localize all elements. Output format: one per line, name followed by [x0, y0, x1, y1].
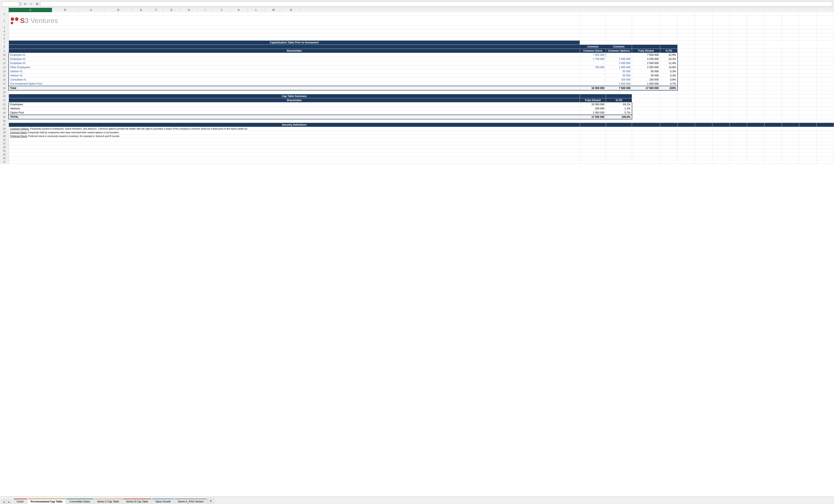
cell-d2[interactable]: [632, 16, 660, 26]
cell-d28[interactable]: [632, 127, 660, 131]
cell-f13[interactable]: [678, 65, 695, 69]
cell-a37[interactable]: [9, 160, 580, 164]
cell-n10[interactable]: [817, 53, 834, 57]
cell-j14[interactable]: [747, 69, 765, 74]
cell-i22[interactable]: [730, 102, 747, 106]
cell-f18[interactable]: [678, 86, 695, 90]
cell-k1[interactable]: [765, 12, 782, 16]
cell-j34[interactable]: [747, 149, 765, 153]
cell-g37[interactable]: [695, 160, 712, 164]
cell-i13[interactable]: [730, 65, 747, 69]
cell-g3[interactable]: [695, 26, 712, 29]
cell-m25[interactable]: [799, 115, 817, 119]
cell-e28[interactable]: [660, 127, 678, 131]
cell-g19[interactable]: [695, 90, 712, 94]
cell-reference-box[interactable]: A1: [2, 1, 19, 6]
cell-e6[interactable]: [660, 37, 678, 41]
cell-a30[interactable]: Preferred Stock: Preferred stock is comm…: [9, 134, 580, 138]
cell-j1[interactable]: [747, 12, 765, 16]
cell-j35[interactable]: [747, 153, 765, 157]
cell-k16[interactable]: [765, 78, 782, 82]
cell-f19[interactable]: [678, 90, 695, 94]
cell-d17[interactable]: 1 000 000: [632, 82, 660, 86]
cell-f36[interactable]: [678, 157, 695, 160]
cell-d34[interactable]: [632, 149, 660, 153]
cell-l10[interactable]: [782, 53, 799, 57]
cell-c33[interactable]: [606, 145, 632, 149]
cell-n9[interactable]: [817, 49, 834, 53]
cell-l29[interactable]: [782, 131, 799, 134]
cell-j19[interactable]: [747, 90, 765, 94]
cell-n16[interactable]: [817, 78, 834, 82]
cell-i17[interactable]: [730, 82, 747, 86]
cell-e11[interactable]: 24,3%: [660, 57, 678, 61]
cell-h30[interactable]: [712, 134, 730, 138]
cell-k6[interactable]: [765, 37, 782, 41]
cell-j37[interactable]: [747, 160, 765, 164]
cell-j4[interactable]: [747, 29, 765, 33]
cell-h34[interactable]: [712, 149, 730, 153]
cell-d22[interactable]: [632, 102, 660, 106]
cell-c17[interactable]: 1 000 000: [606, 82, 632, 86]
cell-m37[interactable]: [799, 160, 817, 164]
cell-i11[interactable]: [730, 57, 747, 61]
cell-n35[interactable]: [817, 153, 834, 157]
cell-g26[interactable]: [695, 119, 712, 123]
cell-k14[interactable]: [765, 69, 782, 74]
cell-d4[interactable]: [632, 29, 660, 33]
cell-j10[interactable]: [747, 53, 765, 57]
cell-a11[interactable]: Employee #2: [9, 57, 580, 61]
cell-n1[interactable]: [817, 12, 834, 16]
cell-m18[interactable]: [799, 86, 817, 90]
cell-k15[interactable]: [765, 74, 782, 78]
cell-e37[interactable]: [660, 160, 678, 164]
cell-i36[interactable]: [730, 157, 747, 160]
cell-n2[interactable]: [817, 16, 834, 26]
cell-k3[interactable]: [765, 26, 782, 29]
cell-m8[interactable]: [799, 45, 817, 49]
cell-a13[interactable]: Other Employees: [9, 65, 580, 69]
cell-c6[interactable]: [606, 37, 632, 41]
cell-l15[interactable]: [782, 74, 799, 78]
cell-e1[interactable]: [660, 12, 678, 16]
cell-g23[interactable]: [695, 106, 712, 111]
col-header-i[interactable]: I: [198, 8, 213, 12]
cell-g15[interactable]: [695, 74, 712, 78]
cell-k18[interactable]: [765, 86, 782, 90]
cell-i12[interactable]: [730, 61, 747, 65]
cell-g20[interactable]: [695, 94, 712, 98]
cell-c30[interactable]: [606, 134, 632, 138]
cell-l16[interactable]: [782, 78, 799, 82]
cell-k28[interactable]: [765, 127, 782, 131]
cell-h28[interactable]: [712, 127, 730, 131]
cell-d3[interactable]: [632, 26, 660, 29]
cell-d5[interactable]: [632, 33, 660, 37]
cell-i15[interactable]: [730, 74, 747, 78]
cell-b12[interactable]: -: [580, 61, 606, 65]
cell-d25[interactable]: [632, 115, 660, 119]
cell-c37[interactable]: [606, 160, 632, 164]
cell-i37[interactable]: [730, 160, 747, 164]
cell-l33[interactable]: [782, 145, 799, 149]
cell-a18-total[interactable]: Total: [9, 86, 580, 90]
col-header-h[interactable]: H: [180, 8, 198, 12]
cell-n25[interactable]: [817, 115, 834, 119]
cell-h20[interactable]: [712, 94, 730, 98]
cell-e3[interactable]: [660, 26, 678, 29]
cell-k2[interactable]: [765, 16, 782, 26]
cell-e17[interactable]: 5,7%: [660, 82, 678, 86]
cell-c12[interactable]: 2 000 000: [606, 61, 632, 65]
cell-e35[interactable]: [660, 153, 678, 157]
cell-k37[interactable]: [765, 160, 782, 164]
cell-f28[interactable]: [678, 127, 695, 131]
cell-k19[interactable]: [765, 90, 782, 94]
cell-f24[interactable]: [678, 111, 695, 115]
cell-f21[interactable]: [678, 98, 695, 102]
cell-l35[interactable]: [782, 153, 799, 157]
cell-a32[interactable]: [9, 142, 580, 145]
formula-input[interactable]: [40, 1, 832, 6]
cell-b35[interactable]: [580, 153, 606, 157]
cell-f4[interactable]: [678, 29, 695, 33]
cell-l5[interactable]: [782, 33, 799, 37]
cell-b17[interactable]: -: [580, 82, 606, 86]
